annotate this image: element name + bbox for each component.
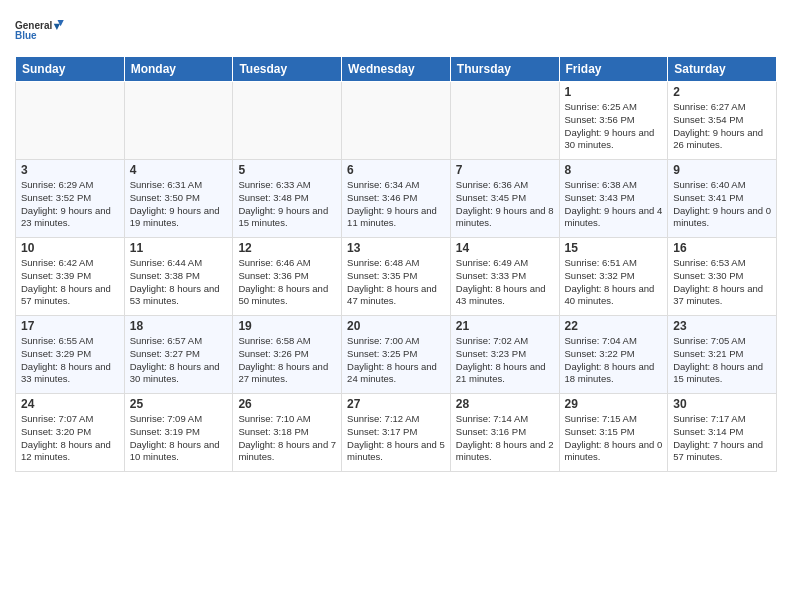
header: General Blue <box>15 10 777 50</box>
day-details: Sunrise: 6:40 AMSunset: 3:41 PMDaylight:… <box>673 179 771 230</box>
calendar-col-header: Friday <box>559 57 668 82</box>
day-number: 29 <box>565 397 663 411</box>
day-details: Sunrise: 7:12 AMSunset: 3:17 PMDaylight:… <box>347 413 445 464</box>
day-details: Sunrise: 7:05 AMSunset: 3:21 PMDaylight:… <box>673 335 771 386</box>
calendar-cell: 1Sunrise: 6:25 AMSunset: 3:56 PMDaylight… <box>559 82 668 160</box>
calendar-cell <box>233 82 342 160</box>
day-number: 23 <box>673 319 771 333</box>
day-number: 20 <box>347 319 445 333</box>
day-number: 15 <box>565 241 663 255</box>
day-number: 8 <box>565 163 663 177</box>
calendar-col-header: Thursday <box>450 57 559 82</box>
calendar-cell: 20Sunrise: 7:00 AMSunset: 3:25 PMDayligh… <box>342 316 451 394</box>
day-number: 26 <box>238 397 336 411</box>
calendar-cell: 3Sunrise: 6:29 AMSunset: 3:52 PMDaylight… <box>16 160 125 238</box>
day-details: Sunrise: 6:49 AMSunset: 3:33 PMDaylight:… <box>456 257 554 308</box>
day-details: Sunrise: 6:57 AMSunset: 3:27 PMDaylight:… <box>130 335 228 386</box>
day-details: Sunrise: 6:33 AMSunset: 3:48 PMDaylight:… <box>238 179 336 230</box>
calendar-cell: 15Sunrise: 6:51 AMSunset: 3:32 PMDayligh… <box>559 238 668 316</box>
day-number: 27 <box>347 397 445 411</box>
day-details: Sunrise: 6:55 AMSunset: 3:29 PMDaylight:… <box>21 335 119 386</box>
day-details: Sunrise: 7:09 AMSunset: 3:19 PMDaylight:… <box>130 413 228 464</box>
calendar-col-header: Monday <box>124 57 233 82</box>
calendar-cell: 13Sunrise: 6:48 AMSunset: 3:35 PMDayligh… <box>342 238 451 316</box>
day-number: 5 <box>238 163 336 177</box>
day-number: 22 <box>565 319 663 333</box>
day-details: Sunrise: 6:38 AMSunset: 3:43 PMDaylight:… <box>565 179 663 230</box>
calendar: SundayMondayTuesdayWednesdayThursdayFrid… <box>15 56 777 472</box>
calendar-cell: 30Sunrise: 7:17 AMSunset: 3:14 PMDayligh… <box>668 394 777 472</box>
logo-svg: General Blue <box>15 10 65 50</box>
day-details: Sunrise: 7:07 AMSunset: 3:20 PMDaylight:… <box>21 413 119 464</box>
day-number: 6 <box>347 163 445 177</box>
day-details: Sunrise: 7:15 AMSunset: 3:15 PMDaylight:… <box>565 413 663 464</box>
svg-text:General: General <box>15 20 52 31</box>
calendar-cell: 19Sunrise: 6:58 AMSunset: 3:26 PMDayligh… <box>233 316 342 394</box>
day-details: Sunrise: 7:10 AMSunset: 3:18 PMDaylight:… <box>238 413 336 464</box>
calendar-cell: 5Sunrise: 6:33 AMSunset: 3:48 PMDaylight… <box>233 160 342 238</box>
day-details: Sunrise: 6:48 AMSunset: 3:35 PMDaylight:… <box>347 257 445 308</box>
day-details: Sunrise: 6:36 AMSunset: 3:45 PMDaylight:… <box>456 179 554 230</box>
day-number: 17 <box>21 319 119 333</box>
calendar-cell: 24Sunrise: 7:07 AMSunset: 3:20 PMDayligh… <box>16 394 125 472</box>
day-number: 1 <box>565 85 663 99</box>
calendar-cell: 9Sunrise: 6:40 AMSunset: 3:41 PMDaylight… <box>668 160 777 238</box>
day-number: 3 <box>21 163 119 177</box>
calendar-cell: 16Sunrise: 6:53 AMSunset: 3:30 PMDayligh… <box>668 238 777 316</box>
calendar-cell: 26Sunrise: 7:10 AMSunset: 3:18 PMDayligh… <box>233 394 342 472</box>
day-number: 24 <box>21 397 119 411</box>
day-details: Sunrise: 7:04 AMSunset: 3:22 PMDaylight:… <box>565 335 663 386</box>
calendar-cell: 21Sunrise: 7:02 AMSunset: 3:23 PMDayligh… <box>450 316 559 394</box>
svg-text:Blue: Blue <box>15 30 37 41</box>
calendar-cell: 25Sunrise: 7:09 AMSunset: 3:19 PMDayligh… <box>124 394 233 472</box>
calendar-body: 1Sunrise: 6:25 AMSunset: 3:56 PMDaylight… <box>16 82 777 472</box>
day-number: 7 <box>456 163 554 177</box>
calendar-col-header: Saturday <box>668 57 777 82</box>
calendar-cell: 29Sunrise: 7:15 AMSunset: 3:15 PMDayligh… <box>559 394 668 472</box>
calendar-week-row: 1Sunrise: 6:25 AMSunset: 3:56 PMDaylight… <box>16 82 777 160</box>
calendar-cell: 28Sunrise: 7:14 AMSunset: 3:16 PMDayligh… <box>450 394 559 472</box>
day-number: 30 <box>673 397 771 411</box>
day-number: 10 <box>21 241 119 255</box>
calendar-week-row: 10Sunrise: 6:42 AMSunset: 3:39 PMDayligh… <box>16 238 777 316</box>
calendar-col-header: Sunday <box>16 57 125 82</box>
day-details: Sunrise: 6:25 AMSunset: 3:56 PMDaylight:… <box>565 101 663 152</box>
calendar-cell: 2Sunrise: 6:27 AMSunset: 3:54 PMDaylight… <box>668 82 777 160</box>
calendar-cell: 11Sunrise: 6:44 AMSunset: 3:38 PMDayligh… <box>124 238 233 316</box>
day-details: Sunrise: 7:17 AMSunset: 3:14 PMDaylight:… <box>673 413 771 464</box>
calendar-cell: 10Sunrise: 6:42 AMSunset: 3:39 PMDayligh… <box>16 238 125 316</box>
calendar-cell: 14Sunrise: 6:49 AMSunset: 3:33 PMDayligh… <box>450 238 559 316</box>
calendar-cell: 12Sunrise: 6:46 AMSunset: 3:36 PMDayligh… <box>233 238 342 316</box>
calendar-week-row: 17Sunrise: 6:55 AMSunset: 3:29 PMDayligh… <box>16 316 777 394</box>
calendar-cell: 27Sunrise: 7:12 AMSunset: 3:17 PMDayligh… <box>342 394 451 472</box>
calendar-week-row: 3Sunrise: 6:29 AMSunset: 3:52 PMDaylight… <box>16 160 777 238</box>
day-details: Sunrise: 7:02 AMSunset: 3:23 PMDaylight:… <box>456 335 554 386</box>
day-details: Sunrise: 6:42 AMSunset: 3:39 PMDaylight:… <box>21 257 119 308</box>
day-details: Sunrise: 6:58 AMSunset: 3:26 PMDaylight:… <box>238 335 336 386</box>
calendar-week-row: 24Sunrise: 7:07 AMSunset: 3:20 PMDayligh… <box>16 394 777 472</box>
calendar-header-row: SundayMondayTuesdayWednesdayThursdayFrid… <box>16 57 777 82</box>
day-number: 9 <box>673 163 771 177</box>
calendar-col-header: Wednesday <box>342 57 451 82</box>
day-details: Sunrise: 6:46 AMSunset: 3:36 PMDaylight:… <box>238 257 336 308</box>
calendar-cell: 8Sunrise: 6:38 AMSunset: 3:43 PMDaylight… <box>559 160 668 238</box>
day-details: Sunrise: 6:27 AMSunset: 3:54 PMDaylight:… <box>673 101 771 152</box>
day-number: 11 <box>130 241 228 255</box>
calendar-cell: 4Sunrise: 6:31 AMSunset: 3:50 PMDaylight… <box>124 160 233 238</box>
calendar-cell <box>342 82 451 160</box>
day-details: Sunrise: 6:31 AMSunset: 3:50 PMDaylight:… <box>130 179 228 230</box>
logo: General Blue <box>15 10 65 50</box>
day-number: 19 <box>238 319 336 333</box>
calendar-cell <box>16 82 125 160</box>
day-details: Sunrise: 6:51 AMSunset: 3:32 PMDaylight:… <box>565 257 663 308</box>
calendar-cell: 22Sunrise: 7:04 AMSunset: 3:22 PMDayligh… <box>559 316 668 394</box>
day-number: 18 <box>130 319 228 333</box>
calendar-cell: 7Sunrise: 6:36 AMSunset: 3:45 PMDaylight… <box>450 160 559 238</box>
calendar-cell <box>124 82 233 160</box>
day-number: 28 <box>456 397 554 411</box>
day-number: 16 <box>673 241 771 255</box>
day-number: 14 <box>456 241 554 255</box>
calendar-cell <box>450 82 559 160</box>
day-number: 12 <box>238 241 336 255</box>
day-details: Sunrise: 7:00 AMSunset: 3:25 PMDaylight:… <box>347 335 445 386</box>
